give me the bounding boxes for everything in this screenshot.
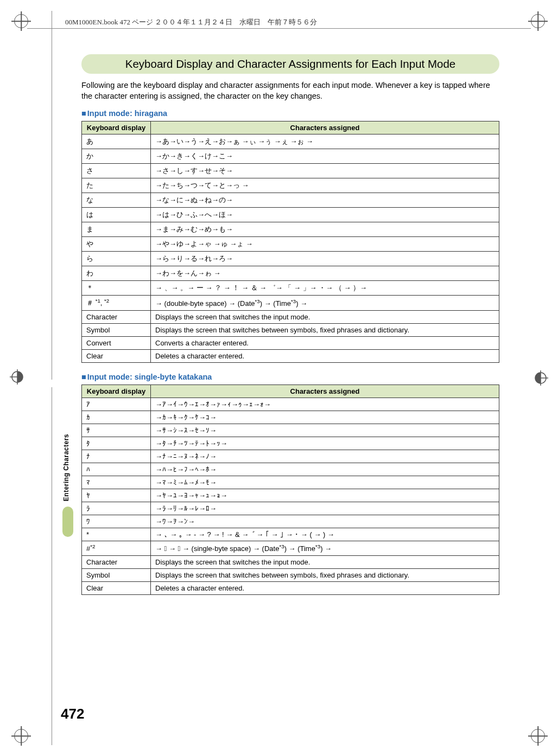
table-row: た→た→ち→つ→て→と→っ →	[82, 178, 499, 193]
chars-cell: →ら→り→る→れ→ろ→	[151, 252, 499, 266]
key-cell: た	[82, 178, 151, 193]
chars-cell: →ﾗ→ﾘ→ﾙ→ﾚ→ﾛ→	[151, 502, 499, 515]
chars-cell: →か→き→く→け→こ→	[151, 149, 499, 164]
key-cell: ＃ *1, *2	[82, 296, 151, 311]
table-row: ﾏ→ﾏ→ﾐ→ﾑ→ﾒ→ﾓ→	[82, 476, 499, 489]
chars-cell: →な→に→ぬ→ね→の→	[151, 193, 499, 208]
chars-cell: → ､ → ｡ → - → ? → ! → & → ﾞ→ ｢ → ｣ → ･ →…	[151, 528, 499, 541]
chars-cell: Deletes a character entered.	[151, 581, 499, 594]
chars-cell: →や→ゆ→よ→ゃ →ゅ →ょ →	[151, 237, 499, 252]
key-cell: ﾗ	[82, 502, 151, 515]
page-number: 472	[61, 706, 84, 722]
table-row: CharacterDisplays the screen that switch…	[82, 555, 499, 568]
header-rule	[27, 28, 531, 29]
table-row: な→な→に→ぬ→ね→の→	[82, 193, 499, 208]
chars-cell: →ｱ→ｲ→ｳ→ｴ→ｵ→ｧ→ｨ→ｩ→ｪ→ｫ→	[151, 398, 499, 411]
table-row: *→ ､ → ｡ → - → ? → ! → & → ﾞ→ ｢ → ｣ → ･ …	[82, 528, 499, 541]
chars-cell: →ｶ→ｷ→ｸ→ｹ→ｺ→	[151, 411, 499, 424]
chars-cell: Displays the screen that switches betwee…	[151, 568, 499, 581]
registration-mark-icon	[533, 370, 548, 386]
table-row: ら→ら→り→る→れ→ろ→	[82, 252, 499, 266]
chars-cell: → 、→ 。→ ー → ？ → ！ → ＆ → ゛→ 「 → 」→ ・→ （ →…	[151, 281, 499, 296]
key-cell: ﾊ	[82, 463, 151, 476]
table-row: ＃ *1, *2→ (double-byte space) → (Date*3)…	[82, 296, 499, 311]
key-cell: は	[82, 208, 151, 222]
key-cell: ﾅ	[82, 450, 151, 463]
section-title: Keyboard Display and Character Assignmen…	[81, 54, 499, 74]
table-row: ＊→ 、→ 。→ ー → ？ → ！ → ＆ → ゛→ 「 → 」→ ・→ （ …	[82, 281, 499, 296]
crop-mark-icon	[527, 725, 548, 746]
mode-heading-katakana: ■Input mode: single-byte katakana	[81, 373, 499, 381]
key-cell: Character	[82, 311, 151, 324]
chars-cell: Deletes a character entered.	[151, 350, 499, 363]
chars-cell: →ﾜ→ｦ→ﾝ→	[151, 515, 499, 528]
col-header-keyboard: Keyboard display	[82, 385, 151, 398]
col-header-keyboard: Keyboard display	[82, 121, 151, 134]
chars-cell: → ﾞ → ﾟ → (single-byte space) → (Date*3)…	[151, 541, 499, 555]
key-cell: Clear	[82, 350, 151, 363]
chars-cell: →た→ち→つ→て→と→っ →	[151, 178, 499, 193]
table-row: ﾊ→ﾊ→ﾋ→ﾌ→ﾍ→ﾎ→	[82, 463, 499, 476]
table-row: あ→あ→い→う→え→お→ぁ →ぃ →ぅ →ぇ →ぉ →	[82, 134, 499, 149]
key-cell: わ	[82, 266, 151, 281]
sidebar-tab-pill	[62, 507, 73, 537]
key-cell: Clear	[82, 581, 151, 594]
table-row: ﾅ→ﾅ→ﾆ→ﾇ→ﾈ→ﾉ→	[82, 450, 499, 463]
sidebar-chapter-label: Entering Characters	[62, 434, 70, 501]
key-cell: ﾜ	[82, 515, 151, 528]
table-row: CharacterDisplays the screen that switch…	[82, 311, 499, 324]
side-rule	[52, 387, 52, 745]
key-cell: ｶ	[82, 411, 151, 424]
square-bullet-icon: ■	[81, 373, 86, 381]
table-row: ｻ→ｻ→ｼ→ｽ→ｾ→ｿ→	[82, 424, 499, 437]
table-row: ｶ→ｶ→ｷ→ｸ→ｹ→ｺ→	[82, 411, 499, 424]
table-row: ﾜ→ﾜ→ｦ→ﾝ→	[82, 515, 499, 528]
key-cell: #*2	[82, 541, 151, 555]
chars-cell: →ﾔ→ﾕ→ﾖ→ｬ→ｭ→ｮ→	[151, 489, 499, 502]
chars-cell: →は→ひ→ふ→へ→ほ→	[151, 208, 499, 222]
chars-cell: →わ→を→ん→ゎ →	[151, 266, 499, 281]
key-cell: や	[82, 237, 151, 252]
key-cell: ﾀ	[82, 437, 151, 450]
key-cell: Character	[82, 555, 151, 568]
col-header-chars: Characters assigned	[151, 121, 499, 134]
keymap-table-hiragana: Keyboard display Characters assigned あ→あ…	[81, 121, 499, 363]
keymap-table-katakana: Keyboard display Characters assigned ｱ→ｱ…	[81, 385, 499, 594]
key-cell: Symbol	[82, 568, 151, 581]
table-row: ﾗ→ﾗ→ﾘ→ﾙ→ﾚ→ﾛ→	[82, 502, 499, 515]
key-cell: さ	[82, 164, 151, 178]
chars-cell: →ﾀ→ﾁ→ﾂ→ﾃ→ﾄ→ｯ→	[151, 437, 499, 450]
table-row: ClearDeletes a character entered.	[82, 350, 499, 363]
key-cell: ＊	[82, 281, 151, 296]
key-cell: ﾔ	[82, 489, 151, 502]
key-cell: ﾏ	[82, 476, 151, 489]
chars-cell: Displays the screen that switches the in…	[151, 555, 499, 568]
chars-cell: →ま→み→む→め→も→	[151, 222, 499, 237]
key-cell: *	[82, 528, 151, 541]
chars-cell: →ﾊ→ﾋ→ﾌ→ﾍ→ﾎ→	[151, 463, 499, 476]
chars-cell: →ｻ→ｼ→ｽ→ｾ→ｿ→	[151, 424, 499, 437]
key-cell: ま	[82, 222, 151, 237]
chars-cell: Displays the screen that switches betwee…	[151, 324, 499, 337]
table-row: ClearDeletes a character entered.	[82, 581, 499, 594]
key-cell: あ	[82, 134, 151, 149]
print-header-meta: 00M1000EN.book 472 ページ ２００４年１１月２４日 水曜日 午…	[65, 17, 493, 27]
chars-cell: →ﾅ→ﾆ→ﾇ→ﾈ→ﾉ→	[151, 450, 499, 463]
table-row: は→は→ひ→ふ→へ→ほ→	[82, 208, 499, 222]
table-row: ま→ま→み→む→め→も→	[82, 222, 499, 237]
table-row: さ→さ→し→す→せ→そ→	[82, 164, 499, 178]
key-cell: な	[82, 193, 151, 208]
chars-cell: →さ→し→す→せ→そ→	[151, 164, 499, 178]
key-cell: Convert	[82, 337, 151, 350]
table-row: や→や→ゆ→よ→ゃ →ゅ →ょ →	[82, 237, 499, 252]
col-header-chars: Characters assigned	[151, 385, 499, 398]
table-row: か→か→き→く→け→こ→	[82, 149, 499, 164]
table-row: #*2→ ﾞ → ﾟ → (single-byte space) → (Date…	[82, 541, 499, 555]
sidebar-tab: Entering Characters	[62, 434, 74, 542]
chars-cell: Displays the screen that switches the in…	[151, 311, 499, 324]
chars-cell: →ﾏ→ﾐ→ﾑ→ﾒ→ﾓ→	[151, 476, 499, 489]
table-row: SymbolDisplays the screen that switches …	[82, 568, 499, 581]
crop-mark-icon	[10, 725, 31, 746]
table-row: ｱ→ｱ→ｲ→ｳ→ｴ→ｵ→ｧ→ｨ→ｩ→ｪ→ｫ→	[82, 398, 499, 411]
table-row: ﾀ→ﾀ→ﾁ→ﾂ→ﾃ→ﾄ→ｯ→	[82, 437, 499, 450]
